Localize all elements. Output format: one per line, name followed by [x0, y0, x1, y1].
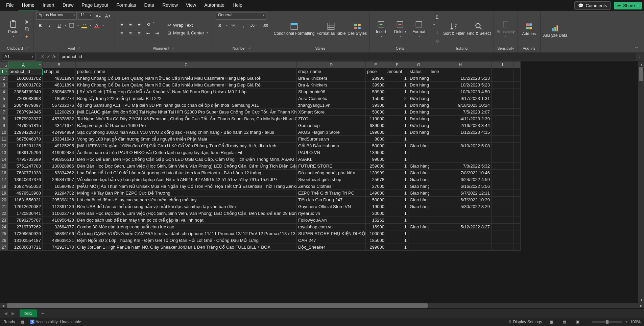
cell[interactable]: 32684977: [43, 224, 76, 230]
cell[interactable]: [429, 149, 492, 156]
cell[interactable]: Giao hàng: [408, 163, 429, 170]
menu-draw[interactable]: Draw: [58, 0, 78, 10]
cell[interactable]: 50000: [366, 109, 386, 116]
cell[interactable]: 1: [386, 203, 408, 210]
cell[interactable]: Đệm Ngồi 3D 2 Lớp Thoáng Khí - Đệm Gel T…: [76, 237, 297, 244]
cell[interactable]: 1: [386, 75, 408, 82]
zoom-slider[interactable]: [592, 321, 622, 323]
cell[interactable]: Độc_Sneaker: [297, 244, 366, 251]
column-header[interactable]: H: [429, 61, 492, 68]
cell[interactable]: 10/2/2023 5:23: [429, 75, 492, 82]
cell[interactable]: [492, 244, 514, 251]
menu-formulas[interactable]: Formulas: [112, 0, 140, 10]
delete-cells-button[interactable]: Delete▾: [391, 20, 408, 38]
cell[interactable]: 18582774: [43, 95, 76, 102]
cell[interactable]: Aura Cosmetic: [297, 95, 366, 102]
zoom-in-button[interactable]: +: [625, 320, 627, 324]
cell[interactable]: [408, 210, 429, 217]
cell[interactable]: 2/16/2023 3:44: [429, 122, 492, 129]
cell[interactable]: Đơn hàng: [408, 109, 429, 116]
cell[interactable]: Giao hàng: [408, 190, 429, 197]
cell[interactable]: [492, 89, 514, 95]
column-header[interactable]: G: [408, 61, 429, 68]
align-center-button[interactable]: ≡: [126, 30, 135, 37]
row-header[interactable]: 16: [0, 170, 8, 176]
cell[interactable]: 689000: [366, 122, 386, 129]
cell[interactable]: [429, 230, 492, 237]
row-header[interactable]: 8: [0, 116, 8, 122]
cell[interactable]: [492, 230, 514, 237]
cell[interactable]: 48311894: [43, 75, 76, 82]
cell[interactable]: [492, 190, 514, 197]
cell[interactable]: Đơn hàng: [408, 95, 429, 102]
cell[interactable]: [429, 156, 492, 163]
cell[interactable]: 438639131: [43, 237, 76, 244]
row-header[interactable]: 18: [0, 183, 8, 190]
cell[interactable]: 490856510: [43, 156, 76, 163]
cell[interactable]: 16900: [366, 224, 386, 230]
cell[interactable]: 350548753: [43, 89, 76, 95]
cell[interactable]: 1: [386, 237, 408, 244]
vertical-scrollbar[interactable]: ▲ ▼: [638, 61, 644, 303]
cell[interactable]: [429, 210, 492, 217]
cell[interactable]: [492, 224, 514, 230]
font-size-select[interactable]: 11: [78, 12, 93, 20]
find-select-button[interactable]: Find & Select: [467, 22, 491, 36]
decrease-decimal-button[interactable]: ←.00: [260, 22, 268, 29]
cell[interactable]: [408, 217, 429, 224]
row-header[interactable]: 1: [0, 68, 9, 76]
cell[interactable]: 17309650920: [8, 230, 43, 237]
cell[interactable]: 1: [386, 156, 408, 163]
row-header[interactable]: 15: [0, 163, 8, 170]
cell[interactable]: 5/12/2022 8:27: [429, 224, 492, 230]
menu-help[interactable]: Help: [229, 0, 246, 10]
comments-button[interactable]: 💬Comments: [574, 1, 611, 10]
cell[interactable]: Giao hàng: [408, 224, 429, 230]
cell[interactable]: [492, 82, 514, 89]
menu-insert[interactable]: Insert: [39, 0, 58, 10]
paste-button[interactable]: Paste▾: [5, 20, 22, 38]
italic-button[interactable]: I: [46, 22, 54, 29]
cell[interactable]: 1: [386, 210, 408, 217]
cell[interactable]: 149000: [366, 190, 386, 197]
cell[interactable]: [492, 237, 514, 244]
cell[interactable]: 295847357: [43, 176, 76, 183]
cell[interactable]: [429, 237, 492, 244]
enter-formula-button[interactable]: ✓: [47, 54, 50, 59]
cell[interactable]: 1: [386, 163, 408, 170]
row-header[interactable]: 13: [0, 149, 8, 156]
cell[interactable]: 419962484: [43, 149, 76, 156]
cell[interactable]: Tai Nghe Nhét Tai Có Dây ZIYOU X6 Premiu…: [76, 116, 297, 122]
cell[interactable]: 153341643: [43, 136, 76, 143]
cell[interactable]: 567232076: [43, 102, 76, 109]
cell[interactable]: 12612620082: [8, 203, 43, 210]
cell[interactable]: 742917170: [43, 244, 76, 251]
cell[interactable]: 50000: [366, 143, 386, 149]
cut-button[interactable]: [24, 19, 30, 25]
cell[interactable]: 1: [386, 129, 408, 136]
cell[interactable]: [408, 149, 429, 156]
cell[interactable]: 457378832: [43, 116, 76, 122]
cell[interactable]: EZPC Thế Giới Trang Trí PC: [297, 190, 366, 197]
cell[interactable]: [492, 143, 514, 149]
row-header[interactable]: 11: [0, 136, 8, 143]
cell[interactable]: Giao hàng: [408, 170, 429, 176]
cell[interactable]: CAR 247: [297, 237, 366, 244]
cell[interactable]: 1/12/2023 4:15: [429, 129, 492, 136]
cell[interactable]: Đèn Bàn Học Đọc Sách, Làm Việc (Học Sinh…: [76, 163, 297, 170]
cell[interactable]: PAULO.VN: [297, 149, 366, 156]
clear-button[interactable]: ◇: [433, 37, 441, 45]
cell[interactable]: 2719797262: [8, 224, 43, 230]
cell[interactable]: [492, 170, 514, 176]
cell[interactable]: Đơn hàng: [408, 116, 429, 122]
cell[interactable]: 1602031702: [8, 75, 43, 82]
cell[interactable]: 1: [386, 143, 408, 149]
cell[interactable]: 8/10/2022 5:08: [429, 143, 492, 149]
cell[interactable]: 112361139: [43, 203, 76, 210]
view-normal-button[interactable]: ▦: [547, 320, 555, 324]
bold-button[interactable]: B: [36, 22, 44, 29]
cell[interactable]: 7680771338: [8, 170, 43, 176]
sort-filter-button[interactable]: Sort & Filter: [443, 22, 464, 36]
cell[interactable]: 9/18/2023 10:24: [429, 102, 492, 109]
row-header[interactable]: 27: [0, 244, 8, 251]
